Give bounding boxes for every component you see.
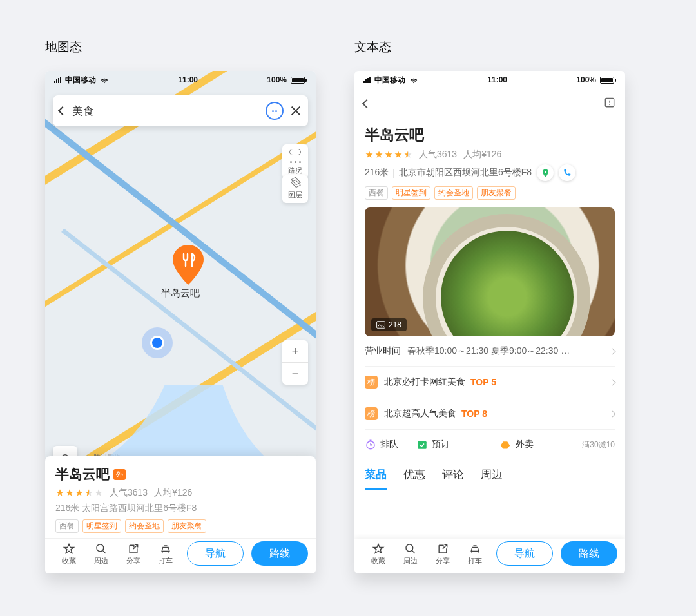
section-heading-text: 文本态	[354, 39, 625, 55]
traffic-button[interactable]: 路况	[282, 144, 308, 178]
favorite-button[interactable]: 收藏	[53, 542, 85, 566]
svg-point-9	[406, 544, 413, 551]
hero-image[interactable]: 218	[365, 207, 615, 336]
feature-tag: 明星签到	[82, 519, 121, 533]
tab-nearby[interactable]: 周边	[481, 467, 503, 490]
poi-name: 半岛云吧	[55, 465, 110, 483]
svg-rect-8	[418, 441, 427, 449]
share-button[interactable]: 分享	[117, 542, 150, 566]
search-input[interactable]: 美食	[72, 104, 259, 119]
cellular-signal-icon	[54, 77, 61, 83]
share-icon	[127, 543, 140, 555]
poi-pin-label: 半岛云吧	[161, 287, 200, 300]
delivery-service[interactable]: 外卖	[499, 439, 534, 450]
tag-row: 西餐 明星签到 约会圣地 朋友聚餐	[55, 519, 305, 533]
rank-badge-icon: 榜	[365, 376, 378, 389]
layers-icon	[291, 178, 300, 188]
carrier-label: 中国移动	[65, 75, 96, 86]
svg-rect-6	[377, 322, 385, 329]
status-bar: 中国移动 11:00 100%	[45, 71, 316, 89]
popularity: 人气3613	[110, 487, 148, 499]
taxi-icon	[159, 543, 173, 555]
battery-indicator: 100%	[267, 75, 307, 84]
star-outline-icon	[372, 543, 385, 555]
section-heading-map: 地图态	[45, 39, 316, 55]
call-button[interactable]	[559, 164, 575, 181]
wifi-icon	[409, 76, 418, 84]
svg-point-4	[609, 104, 610, 106]
share-icon	[436, 543, 449, 555]
voice-search-icon[interactable]	[266, 102, 284, 120]
taxi-button[interactable]: 打车	[150, 542, 182, 566]
cuisine-tag: 西餐	[365, 186, 388, 200]
calendar-check-icon	[416, 439, 428, 450]
show-on-map-button[interactable]	[537, 164, 554, 181]
queue-service[interactable]: 排队	[365, 439, 398, 450]
tab-deals[interactable]: 优惠	[403, 467, 425, 490]
poi-name: 半岛云吧	[365, 125, 615, 145]
navigate-button[interactable]: 导航	[187, 541, 244, 566]
rank-badge-icon: 榜	[365, 407, 378, 420]
cuisine-tag: 西餐	[55, 519, 79, 533]
bottom-action-bar: 收藏 周边 分享 打车 导航 路线	[45, 538, 316, 573]
delivery-icon	[499, 439, 512, 450]
report-button[interactable]	[603, 96, 616, 111]
back-icon[interactable]	[58, 106, 67, 115]
zoom-out-button[interactable]: −	[282, 363, 308, 385]
share-button[interactable]: 分享	[427, 542, 459, 566]
status-bar: 中国移动 11:00 100%	[354, 71, 625, 89]
search-bar: 美食	[53, 95, 308, 126]
search-icon	[404, 543, 417, 555]
search-icon	[95, 543, 108, 555]
svg-point-5	[545, 171, 546, 173]
ranking-row[interactable]: 榜 北京超高人气美食 TOP 8	[365, 398, 615, 430]
detail-tabs: 菜品 优惠 评论 周边	[365, 459, 615, 490]
popularity: 人气3613	[419, 149, 457, 160]
wifi-icon	[100, 76, 109, 84]
poi-summary-card[interactable]: 半岛云吧 外 人气3613 人均¥126	[45, 456, 316, 573]
clock-icon	[365, 439, 376, 450]
chevron-right-icon	[610, 410, 616, 417]
bottom-action-bar: 收藏 周边 分享 打车 导航 路线	[354, 539, 625, 573]
taxi-button[interactable]: 打车	[459, 542, 491, 566]
tab-dishes[interactable]: 菜品	[365, 467, 387, 490]
map-pin-icon	[541, 168, 550, 178]
navigate-button[interactable]: 导航	[496, 541, 553, 566]
zoom-control: + −	[282, 340, 308, 385]
back-icon[interactable]	[362, 99, 371, 108]
services-row: 排队 预订 外卖 满30减10	[365, 430, 615, 459]
address: 北京市朝阳区西坝河北里6号楼F8	[399, 167, 532, 178]
hours-row[interactable]: 营业时间 春秋季10:00～21:30 夏季9:00～22:30 …	[365, 336, 615, 367]
star-outline-icon	[63, 543, 75, 555]
ranking-row[interactable]: 榜 北京必打卡网红美食 TOP 5	[365, 367, 615, 398]
tag-row: 西餐 明星签到 约会圣地 朋友聚餐	[365, 186, 615, 200]
report-icon	[603, 96, 616, 109]
image-icon	[376, 321, 385, 329]
cellular-signal-icon	[363, 77, 371, 83]
favorite-button[interactable]: 收藏	[362, 542, 394, 566]
clear-icon[interactable]	[290, 105, 302, 117]
photo-count-badge: 218	[371, 318, 407, 331]
booking-service[interactable]: 预订	[416, 439, 450, 450]
address-line: 216米 太阳宫路西坝河北里6号楼F8	[55, 503, 305, 514]
route-button[interactable]: 路线	[251, 541, 308, 566]
feature-tag: 朋友聚餐	[477, 186, 516, 200]
nearby-button[interactable]: 周边	[394, 542, 427, 566]
feature-tag: 约会圣地	[125, 519, 164, 533]
clock: 11:00	[178, 75, 198, 84]
feature-tag: 朋友聚餐	[168, 519, 206, 533]
poi-pin[interactable]	[173, 245, 204, 285]
detail-header	[354, 89, 625, 119]
avg-price: 人均¥126	[154, 487, 192, 499]
zoom-in-button[interactable]: +	[282, 340, 308, 362]
phone-icon	[563, 168, 572, 177]
feature-tag: 明星签到	[392, 186, 430, 200]
delivery-promo: 满30减10	[582, 439, 615, 450]
route-button[interactable]: 路线	[561, 541, 617, 566]
current-location-dot	[142, 327, 173, 358]
tab-reviews[interactable]: 评论	[442, 467, 464, 490]
layers-button[interactable]: 图层	[282, 175, 308, 203]
nearby-button[interactable]: 周边	[85, 542, 117, 566]
phone-map-view: 中国移动 11:00 100% 美食 路况	[45, 71, 316, 573]
distance: 216米	[365, 167, 389, 178]
